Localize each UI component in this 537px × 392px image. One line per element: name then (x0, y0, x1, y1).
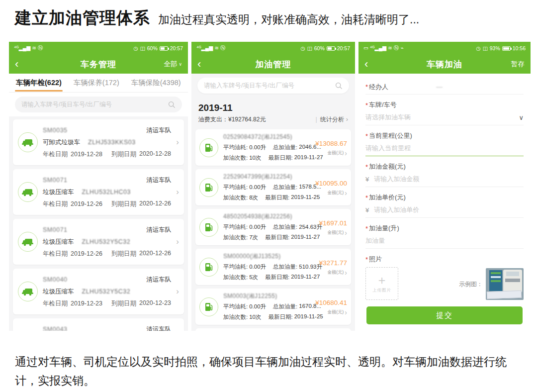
avg-label: 平均油耗: (223, 184, 248, 191)
nav-title: 车务管理 (9, 59, 188, 70)
vehicle-id: SM0040 (43, 276, 68, 283)
required-mark: * (365, 132, 368, 140)
vehicle-card[interactable]: SM0035清运车队 可卸式垃圾车ZLHJ533KKS03 年检日期2019-1… (13, 119, 184, 165)
battery-percent: 60% (314, 45, 325, 51)
nav-bar: ‹ 加油管理 (191, 55, 355, 74)
amount-unit-label: 金额(元) (327, 229, 344, 236)
refuel-card[interactable]: 48502054938(湘J22256) 平均油耗:0.00升总加油量:254.… (195, 209, 351, 245)
vehicle-field-label: * 车牌/车号 (365, 100, 524, 110)
search-input[interactable]: 请输入车牌号/项目车号/出厂编号 (197, 78, 349, 94)
photo-field-label: * 照片 (365, 254, 524, 264)
amount-value: ¥10680.41 (315, 297, 347, 308)
upload-text: 上传图片 (372, 288, 391, 294)
vehicle-list: SM0035清运车队 可卸式垃圾车ZLHJ533KKS03 年检日期2019-1… (9, 116, 188, 331)
vehicle-card[interactable]: SM0040清运车队 垃圾压缩车ZLHU532Y5C32 年检日期2019-12… (13, 269, 184, 314)
required-mark: * (365, 256, 368, 263)
amount-label: 加油金额(元) (369, 162, 406, 171)
save-draft-button[interactable]: 暂存 (511, 60, 525, 69)
date-value: 2019-11-27 (291, 234, 320, 241)
vehicle-card-body: SM0071清运车队 垃圾压缩车ZLHU532Y5C32 年检日期2019-12… (43, 224, 171, 260)
times-value: 7次 (249, 234, 258, 241)
battery-icon (160, 46, 168, 51)
amount-input[interactable]: ¥ 请输入加油金额 (365, 172, 524, 187)
refuel-card[interactable]: SM00000(湘J13525) 平均油耗:0.00升总加油量:510.93升 … (195, 249, 351, 285)
check-date-label: 年检日期 (43, 250, 68, 258)
mileage-input[interactable]: 请输入当前里程 (365, 141, 524, 156)
chevron-right-icon: › (345, 308, 347, 316)
vehicle-id: SM0071 (43, 226, 68, 233)
volume-input[interactable]: 加油量 (365, 233, 524, 249)
refuel-amount-aside: ¥10680.41 金额(元)› (315, 297, 347, 316)
required-mark: * (365, 83, 368, 91)
vehicle-type: 垃圾压缩车 (43, 288, 74, 296)
upload-photo-button[interactable]: ＋ 上传图片 (365, 267, 398, 300)
battery-icon (502, 46, 511, 51)
operator-label: 经办人 (369, 83, 388, 92)
vehicle-card[interactable]: SM0071清运车队 垃圾压缩车ZLHU532Y5C32 年检日期2019-12… (13, 219, 184, 265)
signal-wifi-nfc-icons: ⁴ᴳ▂▄▆ ≋ Ⓝ (196, 45, 225, 52)
page-subtitle: 加油过程真实透明，对账准确高效，油耗清晰明了... (158, 12, 419, 27)
refuel-amount-aside: ¥10095.00 金额(元)› (315, 178, 347, 197)
search-placeholder: 请输入车牌号/项目车号/出厂编号 (204, 82, 335, 90)
vibrate-icon: ◫ (140, 45, 145, 51)
check-date: 2019-12-28 (71, 151, 102, 158)
tab-annual-inspection[interactable]: 车辆年检(622) (16, 78, 62, 88)
date-label: 最新日期: (265, 274, 289, 281)
total-label: 总加油量: (273, 263, 297, 271)
price-input[interactable]: ¥ 请输入加油单价 (365, 202, 524, 218)
back-icon[interactable]: ‹ (197, 59, 201, 70)
search-row: 请输入车牌号/项目车号/出厂编号 (191, 74, 355, 98)
vehicle-card[interactable]: SM0043清运车队 › (13, 318, 184, 331)
phone-refuel-management: ⁴ᴳ▂▄▆ ≋ Ⓝ ◷ ◫ 60% 20:57 ‹ 加油管理 请输入车牌号/项目… (191, 42, 355, 331)
expire-date: 2020-12-26 (139, 250, 171, 258)
refuel-form: * 经办人 — * 车牌/车号 请选择加油车辆 ∨ * 当前里程(公里) (358, 74, 531, 324)
search-input[interactable]: 请输入车牌号/项目车号/出厂编号 (15, 97, 182, 112)
truck-icon (18, 232, 38, 252)
chevron-right-icon: › (176, 187, 179, 197)
statistics-analysis-link[interactable]: | 统计分析 › (316, 114, 348, 124)
vehicle-id: SM0071 (43, 177, 68, 184)
vehicle-plate: ZLHU532Y5C32 (82, 238, 131, 245)
submit-button[interactable]: 提交 (366, 306, 523, 324)
chevron-right-icon: › (176, 237, 179, 247)
photo-label: 照片 (369, 255, 382, 264)
date-label: 最新日期: (268, 154, 293, 162)
tab-insurance[interactable]: 车辆保险(4398) (131, 78, 181, 88)
refuel-card[interactable]: 02529084372(湘J12545) 平均油耗:0.00升总加油量:2046… (195, 129, 351, 166)
tab-maintenance[interactable]: 车辆保养(172) (74, 78, 119, 88)
battery-percent: 93% (490, 45, 500, 51)
vehicle-select[interactable]: 请选择加油车辆 ∨ (365, 110, 524, 125)
chevron-right-icon: › (176, 137, 179, 147)
refuel-card[interactable]: SM0003(湘J12255) 平均油耗:0.00升总加油量:1670.8...… (195, 289, 351, 325)
vibrate-icon: ◫ (483, 45, 488, 51)
total-label: 总加油量: (273, 223, 297, 231)
volume-field-label: * 加油量(升) (365, 223, 524, 233)
total-label: 总加油量: (273, 144, 297, 151)
avg-value: 0.00升 (249, 303, 266, 310)
vehicle-id: SM0035 (43, 127, 68, 134)
times-label: 加油次数: (223, 274, 248, 281)
back-icon[interactable]: ‹ (364, 59, 368, 70)
vehicle-card-body: SM0035清运车队 可卸式垃圾车ZLHJ533KKS03 年检日期2019-1… (43, 124, 171, 160)
search-icon (168, 101, 176, 108)
status-bar: ⁴ᴳ▂▄▆ ≋ Ⓝ ◷ ◫ 60% 20:57 (9, 42, 188, 55)
refuel-card[interactable]: 22529047399(湘J12254) 平均油耗:0.00升总加油量:1578… (195, 169, 351, 205)
vehicle-type: 可卸式垃圾车 (43, 138, 80, 147)
page-title: 建立加油管理体系 (15, 7, 150, 29)
refuel-vehicle-id: 22529047399(湘J12254) (223, 173, 292, 181)
date-label: 最新日期: (265, 234, 289, 241)
avg-label: 平均油耗: (223, 263, 248, 271)
fuel-pump-icon (199, 218, 218, 237)
refuel-vehicle-id: 02529084372(湘J12545) (223, 133, 292, 141)
vehicle-card-body: SM0043清运车队 (43, 323, 171, 331)
amount-field-label: * 加油金额(元) (365, 162, 524, 172)
vehicle-card[interactable]: SM0071清运车队 垃圾压缩车ZLHU532LHC03 年检日期2019-12… (13, 169, 184, 215)
vehicle-id: SM0043 (43, 326, 68, 331)
expense-label: 油费支出： (198, 114, 228, 124)
check-date: 2019-12-26 (71, 200, 102, 207)
status-time: 20:57 (170, 45, 183, 51)
back-icon[interactable]: ‹ (15, 59, 18, 70)
example-label: 示例图： (459, 280, 483, 289)
refuel-card[interactable]: SM0000 ¥6857.00 金额(元)› (195, 328, 351, 331)
filter-all-button[interactable]: 全部 ∨ (164, 60, 182, 69)
